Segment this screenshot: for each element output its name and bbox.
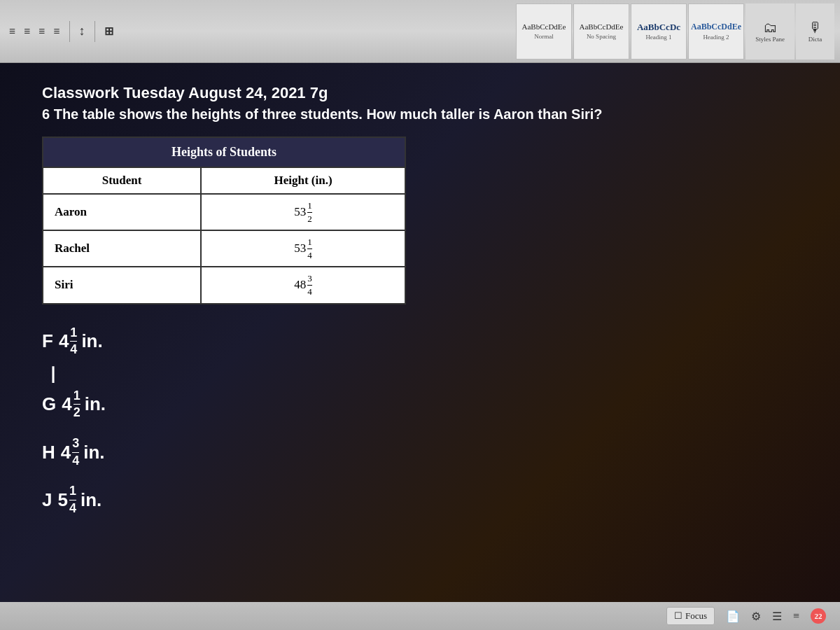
dictate-button[interactable]: 🎙 Dicta <box>796 4 834 59</box>
para-icons-group: ↕ <box>76 22 89 40</box>
frac-j: 1 4 <box>69 484 76 516</box>
denom-f: 4 <box>70 342 77 358</box>
denom-j: 4 <box>69 500 76 517</box>
indent-icon-2[interactable]: ≡ <box>20 24 34 39</box>
indent-icon-1[interactable]: ≡ <box>6 24 19 39</box>
styles-pane-label: Styles Pane <box>755 36 785 43</box>
choice-g[interactable]: G 4 1 2 in. <box>42 388 798 421</box>
insert-icons-group: ⊞ <box>101 23 117 39</box>
fraction-rachel: 1 4 <box>307 237 312 260</box>
table-col-header-row: Student Height (in.) <box>43 167 405 194</box>
height-aaron: 53 1 2 <box>201 194 405 230</box>
style-normal-label: Normal <box>534 33 554 40</box>
numer-j: 1 <box>69 484 76 500</box>
choice-f[interactable]: F 4 1 4 in. <box>42 326 798 358</box>
choice-g-label: G <box>42 393 56 415</box>
styles-pane-button[interactable]: 🗂 Styles Pane <box>746 4 794 59</box>
document-title: Classwork Tuesday August 24, 2021 7g <box>42 84 798 102</box>
insert-icon[interactable]: ⊞ <box>101 23 117 39</box>
col-header-student: Student <box>43 167 201 194</box>
style-h1-preview: AaBbCcDc <box>637 22 680 33</box>
line-spacing-icon[interactable]: ↕ <box>76 22 89 40</box>
style-h2-preview: AaBbCcDdEe <box>691 22 741 31</box>
unit-g: in. <box>85 393 106 415</box>
notification-badge[interactable]: 22 <box>811 608 826 624</box>
student-name-siri: Siri <box>43 267 201 303</box>
focus-button[interactable]: ☐ Focus <box>666 607 715 625</box>
numer-rachel: 1 <box>307 237 312 249</box>
whole-f: 4 <box>59 330 69 352</box>
style-heading1[interactable]: AaBbCcDc Heading 1 <box>631 4 687 59</box>
dictate-label: Dicta <box>808 36 822 43</box>
frac-g: 1 2 <box>74 388 80 421</box>
style-nospacing-preview: AaBbCcDdEe <box>580 22 624 31</box>
heights-table: Heights of Students Student Height (in.)… <box>42 136 406 304</box>
choice-g-text: 4 1 2 in. <box>62 388 106 421</box>
table-row-aaron: Aaron 53 1 2 <box>43 194 405 230</box>
whole-aaron: 53 <box>294 205 306 219</box>
table-row-rachel: Rachel 53 1 4 <box>43 230 405 267</box>
denom-h: 4 <box>72 453 79 469</box>
denom-g: 2 <box>74 405 80 421</box>
indent-icon-4[interactable]: ≡ <box>50 24 63 39</box>
whole-j: 5 <box>57 489 67 511</box>
question-text: 6 The table shows the heights of three s… <box>42 106 798 122</box>
denom-aaron: 2 <box>307 213 312 225</box>
denom-siri: 4 <box>307 286 312 298</box>
styles-group: AaBbCcDdEe Normal AaBbCcDdEe No Spacing … <box>516 4 834 59</box>
choice-f-label: F <box>42 330 53 352</box>
table-row-siri: Siri 48 3 4 <box>43 267 405 303</box>
numer-h: 3 <box>72 436 79 453</box>
main-content: Classwork Tuesday August 24, 2021 7g 6 T… <box>0 63 840 602</box>
fraction-aaron: 1 2 <box>307 200 312 224</box>
toolbar-left: ≡ ≡ ≡ ≡ ↕ ⊞ <box>6 21 516 42</box>
denom-rachel: 4 <box>307 249 312 261</box>
frac-h: 3 4 <box>72 436 79 468</box>
choice-f-text: 4 1 4 in. <box>59 326 103 358</box>
numer-g: 1 <box>74 388 80 405</box>
whole-rachel: 53 <box>294 241 306 255</box>
separator-2 <box>94 21 95 42</box>
choice-j-text: 5 1 4 in. <box>57 484 102 516</box>
style-normal-preview: AaBbCcDdEe <box>522 22 566 31</box>
fraction-siri: 3 4 <box>307 273 312 297</box>
style-h2-label: Heading 2 <box>703 34 729 41</box>
document-icon[interactable]: 📄 <box>726 610 740 623</box>
list-icon-2[interactable]: ≡ <box>793 610 799 622</box>
focus-label: Focus <box>685 610 707 622</box>
styles-pane-icon: 🗂 <box>763 20 777 36</box>
height-rachel: 53 1 4 <box>201 230 405 267</box>
numer-siri: 3 <box>307 273 312 286</box>
choice-j[interactable]: J 5 1 4 in. <box>42 484 798 516</box>
unit-f: in. <box>81 330 102 352</box>
col-header-height: Height (in.) <box>201 167 405 194</box>
numer-aaron: 1 <box>307 200 312 213</box>
style-h1-label: Heading 1 <box>645 34 671 41</box>
student-name-rachel: Rachel <box>43 230 201 267</box>
whole-h: 4 <box>61 442 71 463</box>
style-normal[interactable]: AaBbCcDdEe Normal <box>516 4 572 59</box>
choice-h[interactable]: H 4 3 4 in. <box>42 436 798 468</box>
choice-j-label: J <box>42 489 52 511</box>
unit-h: in. <box>83 442 104 463</box>
text-cursor: ┃ <box>49 366 798 383</box>
dictate-icon: 🎙 <box>808 20 822 36</box>
choice-h-text: 4 3 4 in. <box>61 436 105 468</box>
toolbar: ≡ ≡ ≡ ≡ ↕ ⊞ AaBbCcDdEe Normal AaBbCcDdEe… <box>0 0 840 63</box>
indent-icon-3[interactable]: ≡ <box>35 24 48 39</box>
style-no-spacing[interactable]: AaBbCcDdEe No Spacing <box>573 4 629 59</box>
choice-h-label: H <box>42 442 55 463</box>
focus-checkbox-icon: ☐ <box>674 610 682 622</box>
list-icon-1[interactable]: ☰ <box>772 610 782 623</box>
table-header-cell: Heights of Students <box>43 137 405 167</box>
style-nospacing-label: No Spacing <box>587 33 616 40</box>
answer-choices: F 4 1 4 in. ┃ G 4 1 2 in. <box>42 326 798 517</box>
frac-f: 1 4 <box>70 326 77 358</box>
style-heading2[interactable]: AaBbCcDdEe Heading 2 <box>688 4 744 59</box>
height-siri: 48 3 4 <box>201 267 405 303</box>
student-name-aaron: Aaron <box>43 194 201 230</box>
status-bar: ☐ Focus 📄 ⚙ ☰ ≡ 22 <box>0 602 840 630</box>
settings-icon[interactable]: ⚙ <box>751 610 761 623</box>
unit-j: in. <box>80 489 102 511</box>
separator-1 <box>69 21 70 42</box>
